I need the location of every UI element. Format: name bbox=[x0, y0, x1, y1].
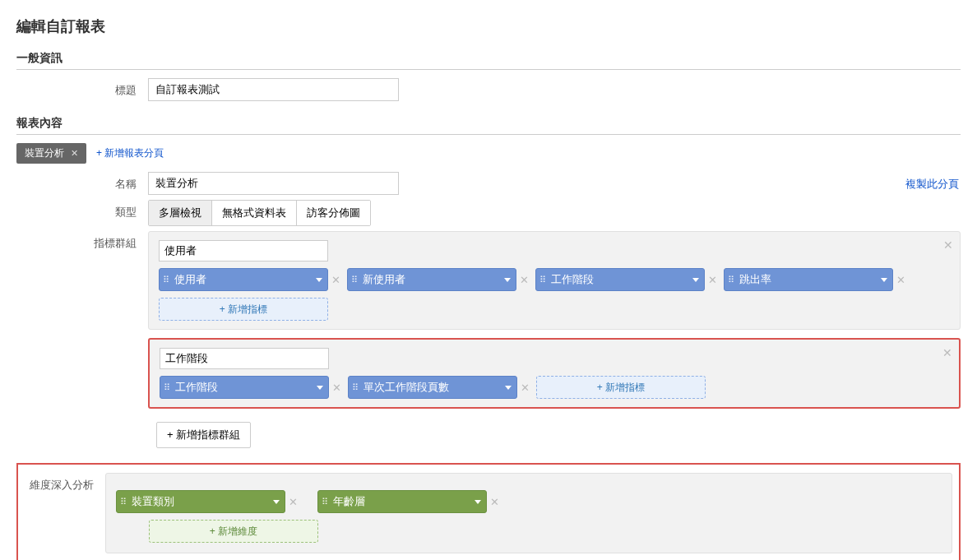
chevron-down-icon bbox=[273, 500, 280, 504]
report-type-group: 多層檢視 無格式資料表 訪客分佈圖 bbox=[148, 200, 371, 226]
duplicate-tab-link[interactable]: 複製此分頁 bbox=[905, 177, 959, 192]
title-label: 標題 bbox=[16, 78, 148, 98]
name-label: 名稱 bbox=[16, 172, 148, 192]
metric-chip-sessions[interactable]: ⠿ 工作階段 bbox=[160, 376, 329, 399]
type-visitor-map[interactable]: 訪客分佈圖 bbox=[297, 201, 370, 225]
remove-metric-icon[interactable]: ✕ bbox=[521, 382, 530, 394]
title-input[interactable] bbox=[148, 78, 399, 101]
add-metric-button[interactable]: + 新增指標 bbox=[159, 298, 328, 321]
chevron-down-icon bbox=[692, 278, 699, 282]
chevron-down-icon bbox=[881, 278, 887, 282]
type-label: 類型 bbox=[16, 200, 148, 220]
drag-handle-icon[interactable]: ⠿ bbox=[322, 498, 330, 505]
metric-chip-bounce-rate[interactable]: ⠿ 跳出率 bbox=[724, 268, 893, 291]
remove-metric-icon[interactable]: ✕ bbox=[896, 274, 905, 286]
remove-dimension-icon[interactable]: ✕ bbox=[289, 496, 298, 508]
add-metric-button[interactable]: + 新增指標 bbox=[536, 376, 706, 399]
page-title: 編輯自訂報表 bbox=[16, 16, 961, 36]
metric-chip-new-users[interactable]: ⠿ 新使用者 bbox=[347, 268, 516, 291]
general-heading: 一般資訊 bbox=[16, 51, 961, 70]
tab-close-icon[interactable]: ✕ bbox=[71, 148, 78, 159]
metric-group-1: ✕ ⠿ 使用者 ✕ ⠿ 新使用者 bbox=[148, 231, 961, 330]
tab-device-analysis[interactable]: 裝置分析 ✕ bbox=[16, 143, 86, 164]
remove-metric-icon[interactable]: ✕ bbox=[520, 274, 529, 286]
dimension-label: 維度深入分析 bbox=[25, 473, 105, 493]
type-multi-layer[interactable]: 多層檢視 bbox=[149, 201, 212, 225]
add-metric-group-button[interactable]: + 新增指標群組 bbox=[156, 422, 251, 448]
metric-chip-pages-per-session[interactable]: ⠿ 單次工作階段頁數 bbox=[348, 376, 517, 399]
add-dimension-button[interactable]: + 新增維度 bbox=[149, 520, 318, 543]
drag-handle-icon[interactable]: ⠿ bbox=[120, 498, 128, 505]
tab-label: 裝置分析 bbox=[25, 146, 64, 160]
type-flat-table[interactable]: 無格式資料表 bbox=[212, 201, 297, 225]
chevron-down-icon bbox=[316, 278, 322, 282]
dimension-chip-age[interactable]: ⠿ 年齡層 bbox=[317, 490, 487, 513]
chevron-down-icon bbox=[505, 386, 512, 390]
drag-handle-icon[interactable]: ⠿ bbox=[728, 276, 736, 283]
metric-group-name-input[interactable] bbox=[159, 240, 328, 261]
remove-group-icon[interactable]: ✕ bbox=[943, 238, 953, 252]
metric-group-label: 指標群組 bbox=[16, 231, 148, 251]
metric-group-2: ✕ ⠿ 工作階段 ✕ ⠿ 單次工作階段頁數 bbox=[148, 338, 961, 409]
dimension-chip-device-category[interactable]: ⠿ 裝置類別 bbox=[116, 490, 285, 513]
remove-dimension-icon[interactable]: ✕ bbox=[490, 496, 499, 508]
dimension-section-highlight: 維度深入分析 ⠿ 裝置類別 ✕ ⠿ 年齡層 bbox=[16, 463, 961, 560]
metric-chip-users[interactable]: ⠿ 使用者 bbox=[159, 268, 328, 291]
name-input[interactable] bbox=[148, 172, 399, 195]
dimension-drilldown-panel: ⠿ 裝置類別 ✕ ⠿ 年齡層 ✕ bbox=[105, 473, 952, 553]
chevron-down-icon bbox=[475, 500, 481, 504]
metric-chip-sessions[interactable]: ⠿ 工作階段 bbox=[535, 268, 705, 291]
chevron-down-icon bbox=[317, 386, 323, 390]
drag-handle-icon[interactable]: ⠿ bbox=[352, 384, 360, 391]
content-heading: 報表內容 bbox=[16, 116, 961, 135]
drag-handle-icon[interactable]: ⠿ bbox=[351, 276, 359, 283]
remove-metric-icon[interactable]: ✕ bbox=[708, 274, 717, 286]
remove-group-icon[interactable]: ✕ bbox=[942, 346, 952, 359]
drag-handle-icon[interactable]: ⠿ bbox=[539, 276, 548, 283]
remove-metric-icon[interactable]: ✕ bbox=[331, 274, 340, 286]
remove-metric-icon[interactable]: ✕ bbox=[332, 382, 341, 394]
chevron-down-icon bbox=[504, 278, 511, 282]
metric-group-name-input[interactable] bbox=[160, 348, 329, 369]
add-tab-link[interactable]: + 新增報表分頁 bbox=[96, 146, 164, 160]
drag-handle-icon[interactable]: ⠿ bbox=[163, 276, 171, 283]
drag-handle-icon[interactable]: ⠿ bbox=[164, 384, 172, 391]
